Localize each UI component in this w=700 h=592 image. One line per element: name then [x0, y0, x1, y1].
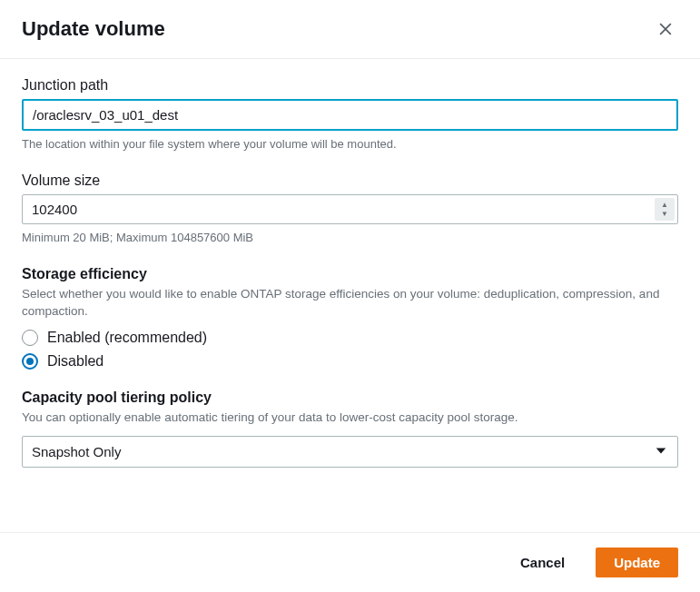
- radio-icon: [22, 353, 38, 370]
- storage-efficiency-label: Storage efficiency: [22, 266, 678, 282]
- radio-option-disabled[interactable]: Disabled: [22, 353, 678, 370]
- volume-size-input-wrapper: ▲ ▼: [22, 194, 678, 224]
- storage-efficiency-radio-group: Enabled (recommended) Disabled: [22, 330, 678, 370]
- update-button[interactable]: Update: [596, 548, 678, 577]
- volume-size-label: Volume size: [22, 173, 678, 189]
- tiering-policy-label: Capacity pool tiering policy: [22, 390, 678, 406]
- update-volume-modal: Update volume Junction path The location…: [0, 0, 700, 592]
- modal-body: Junction path The location within your f…: [0, 59, 700, 532]
- stepper-down-icon[interactable]: ▼: [661, 210, 668, 219]
- junction-path-label: Junction path: [22, 77, 678, 94]
- junction-path-hint: The location within your file system whe…: [22, 136, 678, 153]
- cancel-button[interactable]: Cancel: [502, 548, 583, 577]
- tiering-policy-select-wrapper: Snapshot Only: [22, 436, 678, 468]
- volume-size-field: Volume size ▲ ▼ Minimum 20 MiB; Maximum …: [22, 173, 678, 246]
- volume-size-input[interactable]: [22, 194, 678, 224]
- tiering-policy-select[interactable]: Snapshot Only: [22, 436, 678, 468]
- stepper-up-icon[interactable]: ▲: [661, 201, 668, 210]
- tiering-policy-field: Capacity pool tiering policy You can opt…: [22, 390, 678, 468]
- tiering-policy-hint: You can optionally enable automatic tier…: [22, 409, 678, 427]
- volume-size-hint: Minimum 20 MiB; Maximum 104857600 MiB: [22, 230, 678, 246]
- modal-title: Update volume: [22, 17, 165, 41]
- radio-option-enabled[interactable]: Enabled (recommended): [22, 330, 678, 346]
- storage-efficiency-field: Storage efficiency Select whether you wo…: [22, 266, 678, 370]
- radio-label-disabled: Disabled: [47, 353, 104, 370]
- close-button[interactable]: [653, 16, 678, 42]
- modal-header: Update volume: [0, 0, 700, 59]
- storage-efficiency-hint: Select whether you would like to enable …: [22, 286, 678, 321]
- volume-size-stepper[interactable]: ▲ ▼: [655, 198, 675, 221]
- radio-label-enabled: Enabled (recommended): [47, 330, 207, 346]
- modal-footer: Cancel Update: [0, 532, 700, 592]
- junction-path-input[interactable]: [22, 99, 678, 131]
- close-icon: [656, 20, 675, 38]
- junction-path-field: Junction path The location within your f…: [22, 77, 678, 153]
- radio-icon: [22, 330, 38, 346]
